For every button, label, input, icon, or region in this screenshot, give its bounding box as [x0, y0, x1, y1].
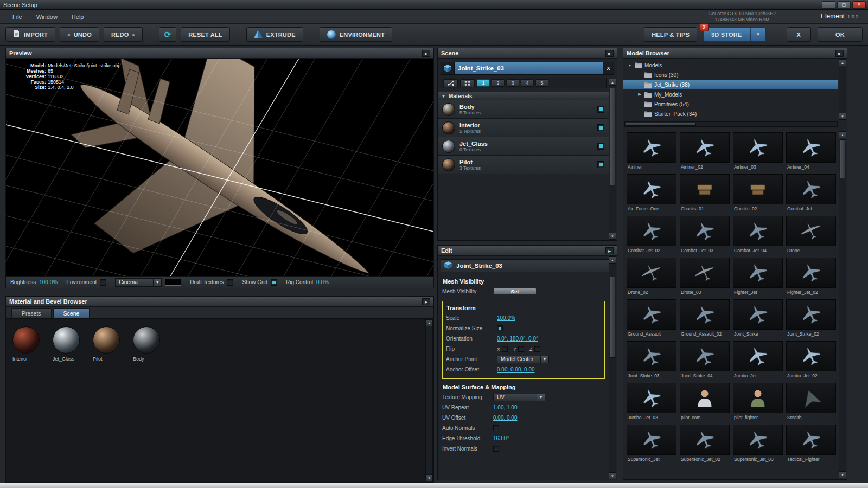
model-item-tactical-fighter[interactable]: Tactical_Fighter	[786, 425, 836, 466]
store-button[interactable]: 3D STORE ▼ 2	[704, 27, 766, 42]
material-row-jet-glass[interactable]: Jet_Glass0 Textures	[438, 137, 609, 156]
model-item-combat-jet[interactable]: Combat_Jet	[786, 174, 836, 216]
model-item-pilot-com[interactable]: pilot_com	[680, 383, 730, 425]
show-grid-checkbox[interactable]	[271, 279, 277, 286]
undo-button[interactable]: ◂ UNDO	[60, 27, 99, 42]
maximize-button[interactable]: ▢	[837, 1, 851, 9]
rig-control-value[interactable]: 0.0%	[316, 279, 329, 285]
material-visibility-checkbox[interactable]	[597, 106, 604, 113]
minimize-button[interactable]: –	[822, 1, 835, 9]
brightness-value[interactable]: 100.0%	[39, 279, 58, 285]
flip-z-checkbox[interactable]	[534, 346, 540, 352]
scroll-down-icon[interactable]: ▼	[426, 474, 432, 481]
model-item-joint-strike-04[interactable]: Joint_Strike_04	[680, 341, 730, 383]
model-slot-5[interactable]: 5	[535, 79, 548, 87]
model-item-supersonic-jet[interactable]: Supersonic_Jet	[627, 425, 676, 466]
material-row-interior[interactable]: Interior5 Textures	[438, 119, 609, 137]
sync-button[interactable]: ⟳	[159, 27, 176, 42]
uv-repeat-values[interactable]: 1.00, 1.00	[493, 404, 517, 410]
model-slot-4[interactable]: 4	[521, 79, 534, 87]
model-item-supersonic-jet-03[interactable]: Supersonic_Jet_03	[733, 425, 783, 466]
auto-normals-checkbox[interactable]	[493, 425, 499, 431]
panel-expand-button[interactable]: ▶	[605, 50, 614, 57]
environment-preset-select[interactable]: Cinema ▼	[115, 278, 162, 287]
model-grid-scrollbar[interactable]: ▲ ▼	[839, 131, 846, 478]
scroll-down-icon[interactable]: ▼	[609, 233, 616, 239]
scroll-down-icon[interactable]: ▼	[839, 471, 846, 478]
model-item-combat-jet-03[interactable]: Combat_Jet_03	[680, 216, 730, 258]
model-item-airliner-03[interactable]: Airliner_03	[733, 132, 783, 174]
tree-item-primitives-54[interactable]: Primitives (54)	[623, 99, 838, 109]
scroll-thumb[interactable]	[610, 88, 615, 185]
menu-file[interactable]: File	[5, 10, 29, 23]
panel-expand-button[interactable]: ▶	[422, 50, 430, 57]
model-item-joint-strike-03[interactable]: Joint_Strike_03	[627, 341, 676, 383]
material-preview-interior[interactable]: Interior	[12, 326, 45, 362]
scroll-thumb[interactable]	[840, 139, 845, 178]
normalize-size-checkbox[interactable]	[497, 325, 503, 331]
environment-checkbox[interactable]	[100, 279, 106, 286]
scroll-up-icon[interactable]: ▲	[839, 132, 846, 138]
draft-textures-checkbox[interactable]	[227, 279, 233, 286]
invert-normals-checkbox[interactable]	[493, 446, 499, 452]
tree-expander-icon[interactable]: ▼	[628, 63, 632, 67]
model-slot-1[interactable]: 1	[477, 79, 490, 87]
model-item-jumbo-jet-03[interactable]: Jumbo_Jet_03	[627, 383, 676, 425]
splitter-handle[interactable]	[626, 123, 696, 126]
texture-mapping-select[interactable]: UV ▼	[493, 394, 545, 401]
anchor-offset-values[interactable]: 0.00, 0.00, 0.00	[497, 367, 535, 373]
tree-item-my-models[interactable]: ▶My_Models	[623, 89, 838, 99]
model-item-supersonic-jet-02[interactable]: Supersonic_Jet_02	[680, 425, 730, 466]
scroll-down-icon[interactable]: ▼	[839, 113, 846, 119]
scene-scrollbar[interactable]: ▲ ▼	[609, 79, 616, 240]
window-titlebar[interactable]: Scene Setup – ▢ ✕	[0, 0, 868, 10]
scroll-up-icon[interactable]: ▲	[609, 257, 616, 264]
close-window-button[interactable]: ✕	[852, 1, 866, 9]
model-item-combat-jet-04[interactable]: Combat_Jet_04	[733, 216, 783, 258]
flip-x-checkbox[interactable]	[502, 346, 508, 352]
model-item-stealth[interactable]: Stealth	[786, 383, 836, 425]
scroll-up-icon[interactable]: ▲	[609, 79, 616, 86]
panel-expand-button[interactable]: ▶	[835, 50, 844, 57]
group-mode-button[interactable]	[460, 79, 475, 87]
materials-section-header[interactable]: ▼ Materials	[438, 92, 609, 100]
mesh-visibility-set-button[interactable]: Set	[493, 288, 537, 295]
scene-selected-model[interactable]: Joint_Strike_03	[454, 62, 603, 74]
model-item-airliner-04[interactable]: Airliner_04	[786, 132, 836, 174]
material-preview-pilot[interactable]: Pilot	[93, 326, 125, 362]
panel-expand-button[interactable]: ▶	[605, 247, 614, 254]
store-dropdown-icon[interactable]: ▼	[750, 28, 765, 41]
model-item-jumbo-jet-02[interactable]: Jumbo_Jet_02	[786, 341, 836, 383]
anchor-point-select[interactable]: Model Center ▼	[497, 356, 549, 363]
model-item-joint-strike[interactable]: Joint_Strike	[733, 299, 783, 341]
model-item-drone-03[interactable]: Drone_03	[680, 258, 730, 299]
environment-button[interactable]: ENVIRONMENT	[320, 27, 392, 42]
model-item-ground-assault[interactable]: Ground_Assault	[627, 299, 676, 341]
model-item-ground-assault-02[interactable]: Ground_Assault_02	[680, 299, 730, 341]
menu-window[interactable]: Window	[29, 10, 65, 23]
reset-all-button[interactable]: RESET ALL	[181, 27, 230, 42]
model-slot-3[interactable]: 3	[506, 79, 519, 87]
panel-expand-button[interactable]: ▶	[422, 298, 430, 305]
ok-button[interactable]: OK	[818, 27, 863, 42]
material-row-body[interactable]: Body5 Textures	[438, 100, 609, 119]
model-item-fighter-jet[interactable]: Fighter_Jet	[733, 258, 783, 299]
rig-mode-button[interactable]	[443, 79, 458, 87]
model-item-drone[interactable]: Drone	[786, 216, 836, 258]
material-browser-scrollbar[interactable]: ▲ ▼	[425, 319, 433, 481]
material-preview-jet-glass[interactable]: Jet_Glass	[53, 326, 85, 362]
background-color-swatch[interactable]	[165, 279, 181, 286]
edge-threshold-value[interactable]: 163.0°	[493, 435, 509, 441]
model-item-drone-02[interactable]: Drone_02	[627, 258, 676, 299]
material-visibility-checkbox[interactable]	[597, 143, 604, 150]
material-row-pilot[interactable]: Pilot3 Textures	[438, 156, 609, 174]
scale-value[interactable]: 100.0%	[497, 315, 515, 321]
scroll-up-icon[interactable]: ▲	[426, 320, 432, 326]
model-slot-2[interactable]: 2	[492, 79, 505, 87]
import-button[interactable]: IMPORT	[5, 27, 55, 42]
extrude-button[interactable]: EXTRUDE	[246, 27, 303, 42]
model-item-pilot-fighter[interactable]: pilot_fighter	[733, 383, 783, 425]
model-item-airliner[interactable]: Airliner	[627, 132, 676, 174]
model-item-combat-jet-02[interactable]: Combat_Jet_02	[627, 216, 676, 258]
help-tips-button[interactable]: HELP & TIPS	[644, 27, 697, 42]
